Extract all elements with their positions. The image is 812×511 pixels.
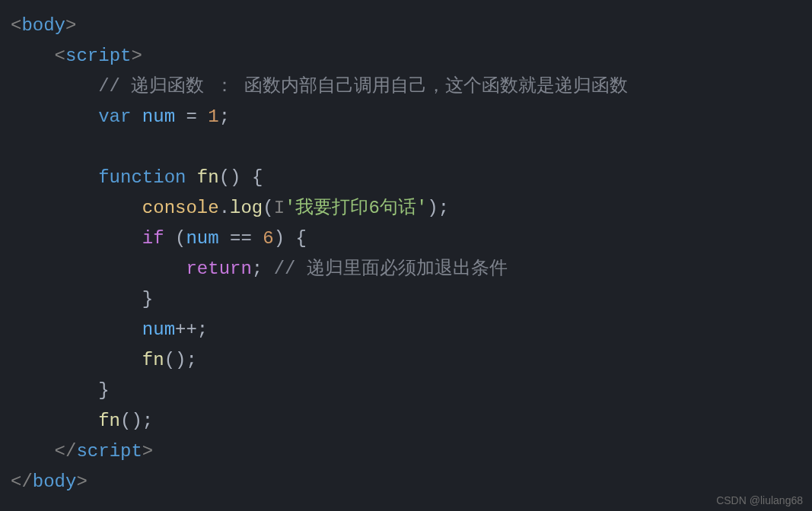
code-line: num++;	[11, 315, 801, 345]
code-token: '我要打印6句话'	[285, 198, 427, 218]
code-token	[164, 228, 175, 249]
code-token: num	[142, 106, 175, 127]
code-line: }	[11, 376, 801, 406]
code-token: =	[186, 106, 196, 127]
code-token: }	[98, 380, 109, 401]
code-token: // 递归里面必须加退出条件	[274, 259, 508, 279]
code-token: )	[274, 228, 285, 249]
code-token	[285, 228, 295, 249]
code-token: ()	[120, 411, 142, 431]
code-line: fn();	[11, 406, 801, 436]
code-line: var num = 1;	[11, 102, 801, 132]
code-token: }	[142, 289, 153, 309]
code-token: var	[98, 106, 131, 127]
code-line: // 递归函数 ： 函数内部自己调用自己，这个函数就是递归函数	[11, 71, 801, 102]
code-token: (	[263, 198, 273, 218]
code-token: // 递归函数 ： 函数内部自己调用自己，这个函数就是递归函数	[98, 76, 628, 97]
code-token: ;	[219, 106, 230, 127]
code-token: ;	[142, 411, 153, 431]
code-line: if (num == 6) {	[11, 224, 801, 254]
code-token: ;	[186, 350, 196, 370]
code-line: <script>	[11, 41, 801, 71]
code-token: fn	[142, 350, 164, 370]
code-line: </body>	[11, 467, 801, 497]
code-token: script	[65, 46, 131, 66]
code-line	[11, 132, 801, 163]
code-token: I	[274, 198, 285, 218]
code-line: return; // 递归里面必须加退出条件	[11, 254, 801, 284]
code-token: >	[65, 15, 76, 36]
code-token	[263, 259, 273, 279]
code-token: fn	[98, 411, 120, 431]
code-token: log	[230, 198, 263, 218]
code-token: return	[186, 259, 251, 279]
code-token: <	[55, 46, 65, 66]
code-token: {	[296, 228, 307, 249]
code-token	[252, 228, 263, 249]
watermark: CSDN @liulang68	[716, 494, 803, 506]
code-token: .	[219, 198, 230, 218]
code-token: console	[142, 198, 219, 218]
code-token: >	[142, 441, 153, 462]
code-token: >	[131, 46, 142, 66]
code-token: body	[21, 15, 65, 36]
code-line: function fn() {	[11, 163, 801, 193]
code-token: script	[76, 441, 142, 462]
code-line: <body>	[11, 11, 801, 41]
code-token	[175, 106, 186, 127]
code-token: fn	[197, 167, 219, 188]
code-block: <body> <script> // 递归函数 ： 函数内部自己调用自己，这个函…	[11, 11, 801, 497]
code-token: ==	[230, 228, 252, 249]
code-line: }	[11, 284, 801, 315]
code-token: body	[33, 471, 77, 492]
code-token: 1	[208, 106, 218, 127]
code-token: >	[76, 471, 87, 492]
code-token: num	[142, 319, 175, 340]
code-token	[240, 167, 251, 188]
code-token: 6	[263, 228, 273, 249]
code-line: console.log(I'我要打印6句话');	[11, 193, 801, 224]
code-token: ()	[164, 350, 186, 370]
code-token: ;	[252, 259, 263, 279]
code-line: </script>	[11, 436, 801, 467]
code-token: function	[98, 167, 186, 188]
code-token: num	[186, 228, 218, 249]
code-token: {	[252, 167, 263, 188]
code-token: (	[175, 228, 186, 249]
code-token: ++	[175, 319, 197, 340]
code-line: fn();	[11, 345, 801, 376]
code-token	[219, 228, 230, 249]
code-token: <	[11, 15, 21, 36]
code-token	[186, 167, 196, 188]
code-token: </	[55, 441, 77, 462]
code-token: </	[11, 471, 33, 492]
code-token: ;	[438, 198, 449, 218]
code-token	[131, 106, 142, 127]
code-token: ;	[197, 319, 208, 340]
code-token: if	[142, 228, 164, 249]
code-token: )	[427, 198, 438, 218]
code-token: ()	[219, 167, 241, 188]
code-token	[197, 106, 208, 127]
